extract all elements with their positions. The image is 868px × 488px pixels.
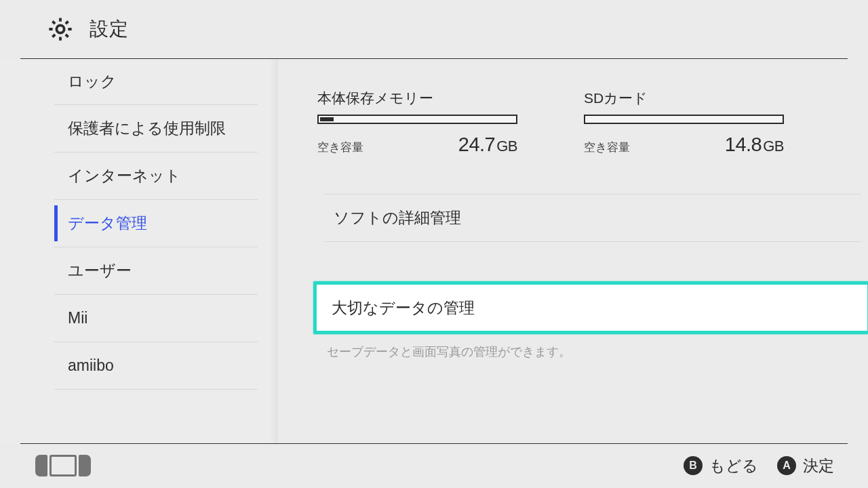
menu-item-label: 大切なデータの管理: [332, 298, 475, 319]
sidebar: ロック 保護者による使用制限 インターネット データ管理 ユーザー Mii: [0, 59, 278, 443]
sidebar-item-users[interactable]: ユーザー: [54, 247, 258, 295]
menu-item-label: ソフトの詳細管理: [334, 207, 461, 228]
value-number: 24.7: [458, 134, 495, 155]
sidebar-item-label: 保護者による使用制限: [68, 118, 226, 139]
gear-icon: [46, 15, 75, 43]
storage-system-bar-fill: [320, 117, 334, 121]
main-panel: 本体保存メモリー 空き容量 24.7GB SDカード: [278, 59, 868, 443]
storage-system-free-label: 空き容量: [317, 140, 363, 155]
storage-sd-bar: [584, 115, 784, 124]
sidebar-item-parental[interactable]: 保護者による使用制限: [54, 105, 258, 152]
sidebar-item-label: インターネット: [68, 165, 181, 186]
sidebar-item-label: ユーザー: [68, 260, 132, 281]
menu-software-detail[interactable]: ソフトの詳細管理: [324, 195, 861, 242]
b-button-icon: B: [684, 456, 703, 475]
footer-back[interactable]: B もどる: [684, 455, 758, 476]
menu-important-data[interactable]: 大切なデータの管理: [313, 281, 868, 334]
sidebar-item-label: ロック: [68, 71, 117, 92]
footer-ok[interactable]: A 決定: [777, 455, 834, 476]
footer-ok-label: 決定: [803, 455, 834, 476]
header: 設定: [0, 0, 868, 58]
sidebar-item-label: Mii: [68, 309, 87, 327]
value-unit: GB: [763, 138, 784, 155]
sidebar-item-label: データ管理: [68, 213, 147, 234]
a-button-icon: A: [777, 456, 796, 475]
page-title: 設定: [90, 16, 129, 42]
storage-system-bar: [317, 115, 517, 124]
storage-system-title: 本体保存メモリー: [317, 89, 517, 108]
storage-sd: SDカード 空き容量 14.8GB: [584, 89, 784, 156]
storage-system-free-value: 24.7GB: [458, 134, 517, 156]
storage-sd-free-value: 14.8GB: [725, 134, 784, 156]
sidebar-item-lock[interactable]: ロック: [54, 59, 258, 105]
sidebar-item-amiibo[interactable]: amiibo: [54, 342, 258, 390]
controller-icon: [35, 455, 91, 476]
value-unit: GB: [496, 138, 517, 155]
storage-system: 本体保存メモリー 空き容量 24.7GB: [317, 89, 517, 156]
sidebar-item-data-management[interactable]: データ管理: [54, 200, 258, 247]
footer: B もどる A 決定: [0, 443, 868, 488]
value-number: 14.8: [725, 134, 762, 155]
footer-back-label: もどる: [709, 455, 758, 476]
svg-point-0: [56, 25, 64, 33]
storage-sd-title: SDカード: [584, 89, 784, 108]
sidebar-item-internet[interactable]: インターネット: [54, 152, 258, 200]
sidebar-item-label: amiibo: [68, 357, 114, 375]
sidebar-item-mii[interactable]: Mii: [54, 295, 258, 342]
storage-sd-free-label: 空き容量: [584, 140, 630, 155]
menu-important-data-help: セーブデータと画面写真の管理ができます。: [327, 344, 834, 360]
